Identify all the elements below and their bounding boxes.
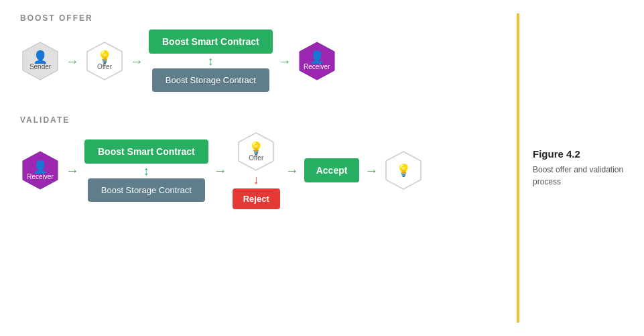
offer-hexagon-2: 💡 Offer [236,131,276,172]
arrow-4: → [66,164,79,177]
boost-storage-contract-1: Boost Storage Contract [152,68,269,92]
sender-icon: 👤 [33,51,48,63]
final-offer-hexagon: 💡 [383,150,424,190]
boost-storage-contract-2: Boost Storage Contract [88,178,205,202]
v-arrow-red: ↓ [253,173,259,187]
receiver-hexagon-1: 👤 Receiver [297,41,337,81]
validate-flow: 👤 Receiver → Boost Smart Contract ↕ Boos… [20,131,510,209]
main-container: BOOST OFFER 👤 Sender → 💡 [0,0,644,336]
figure-caption: Figure 4.2 Boost offer and validation pr… [517,13,624,323]
validate-section: VALIDATE 👤 Receiver → Boost Smart Contra… [20,115,510,209]
figure-description: Boost offer and validation process [533,164,624,188]
sender-label: Sender [29,63,51,70]
smart-storage-group-2: Boost Smart Contract ↕ Boost Storage Con… [84,139,208,202]
offer-icon-2: 💡 [249,142,263,154]
reject-box[interactable]: Reject [233,188,280,209]
receiver-icon-1: 👤 [310,51,324,63]
diagrams-area: BOOST OFFER 👤 Sender → 💡 [20,13,510,323]
offer-hexagon-1: 💡 Offer [84,41,125,81]
figure-title: Figure 4.2 [533,148,580,160]
arrow-6: → [285,164,299,177]
arrow-7: → [365,164,378,177]
final-offer-icon: 💡 [396,164,411,176]
offer-icon-1: 💡 [97,51,112,63]
receiver-icon-2: 👤 [33,161,48,173]
sender-hexagon: 👤 Sender [20,41,60,81]
offer-label-1: Offer [97,63,112,70]
v-arrow-2: ↕ [143,165,149,177]
boost-smart-contract-1: Boost Smart Contract [149,30,273,54]
arrow-5: → [214,164,227,177]
arrow-3: → [278,54,292,68]
arrow-2: → [130,54,143,68]
arrow-1: → [66,54,79,68]
v-arrow-1: ↕ [208,55,214,67]
accept-box[interactable]: Accept [304,158,360,182]
validate-label: VALIDATE [20,115,510,125]
boost-offer-section: BOOST OFFER 👤 Sender → 💡 [20,13,510,92]
boost-smart-contract-2: Boost Smart Contract [84,139,208,164]
boost-offer-label: BOOST OFFER [20,13,510,23]
smart-storage-group-1: Boost Smart Contract ↕ Boost Storage Con… [149,30,273,92]
boost-offer-flow: 👤 Sender → 💡 Offer → [20,30,510,92]
offer-label-2: Offer [249,154,263,162]
receiver-hexagon-2: 👤 Receiver [20,150,60,190]
receiver-label-1: Receiver [304,63,330,70]
receiver-label-2: Receiver [27,173,53,180]
offer-reject-group: 💡 Offer ↓ Reject [233,131,280,209]
